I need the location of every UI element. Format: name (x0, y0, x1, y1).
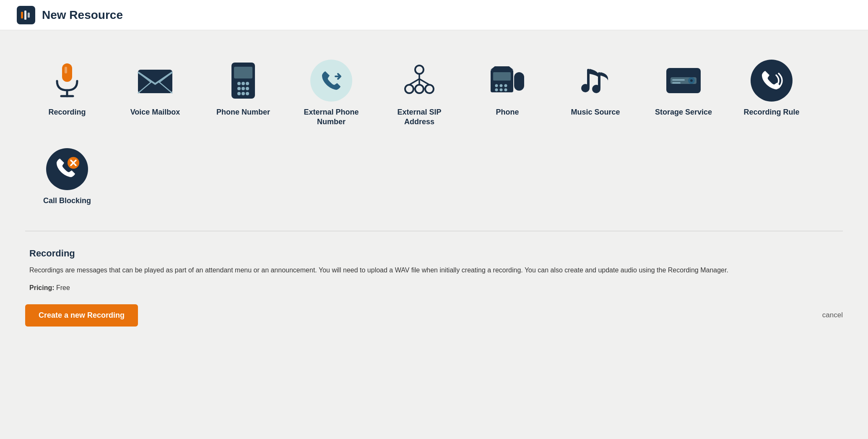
network-tree-icon (398, 60, 440, 102)
envelope-icon (134, 60, 176, 102)
resource-label-phone: Phone (496, 107, 519, 117)
svg-rect-44 (672, 79, 685, 81)
create-recording-button[interactable]: Create a new Recording (25, 304, 138, 327)
resource-label-phone-number: Phone Number (216, 107, 270, 117)
svg-point-32 (495, 89, 498, 91)
resource-item-storage-service[interactable]: Storage Service (642, 51, 725, 136)
cancel-link[interactable]: cancel (822, 311, 843, 319)
svg-rect-45 (672, 82, 681, 84)
resource-item-phone[interactable]: Phone (465, 51, 549, 136)
hard-drive-icon (663, 60, 704, 102)
phone-arrow-icon (310, 60, 352, 102)
bottom-action-row: Create a new Recording cancel (25, 304, 843, 327)
section-divider (25, 231, 843, 231)
svg-point-34 (504, 89, 507, 91)
main-content: Recording Voice Mailbox (0, 30, 868, 439)
svg-line-22 (419, 79, 429, 85)
resource-item-music-source[interactable]: Music Source (554, 51, 637, 136)
resource-item-recording[interactable]: Recording (25, 51, 109, 136)
page-header: New Resource (0, 0, 868, 30)
resource-label-storage-service: Storage Service (655, 107, 712, 117)
microphone-icon (46, 60, 88, 102)
svg-point-11 (242, 82, 245, 85)
svg-point-29 (495, 84, 498, 87)
resource-item-phone-number[interactable]: Phone Number (201, 51, 285, 136)
svg-point-31 (504, 84, 507, 87)
svg-rect-9 (234, 67, 252, 78)
svg-point-14 (242, 87, 245, 90)
pricing-value: Free (56, 284, 70, 291)
resource-item-recording-rule[interactable]: Recording Rule (730, 51, 813, 136)
svg-point-10 (237, 82, 241, 85)
svg-rect-0 (21, 12, 23, 18)
svg-point-16 (237, 92, 241, 95)
svg-point-13 (237, 87, 241, 90)
description-section: Recording Recordings are messages that c… (25, 248, 843, 292)
svg-rect-28 (493, 72, 511, 81)
svg-rect-7 (138, 70, 172, 93)
app-logo (17, 6, 35, 24)
resource-grid: Recording Voice Mailbox (25, 51, 843, 214)
phone-x-icon (46, 148, 88, 190)
svg-line-21 (409, 79, 419, 85)
phone-waves-icon (751, 60, 793, 102)
resource-label-recording: Recording (48, 107, 86, 117)
resource-item-voice-mailbox[interactable]: Voice Mailbox (113, 51, 197, 136)
svg-point-37 (581, 84, 590, 92)
svg-point-33 (500, 89, 503, 91)
svg-point-17 (242, 92, 245, 95)
svg-point-39 (592, 85, 600, 93)
desk-phone-icon (486, 60, 528, 102)
description-title: Recording (29, 248, 839, 259)
svg-point-24 (405, 85, 413, 93)
svg-point-15 (246, 87, 249, 90)
description-text: Recordings are messages that can be play… (29, 265, 784, 276)
svg-point-19 (415, 65, 424, 74)
phone-dialpad-icon (222, 60, 264, 102)
resource-label-music-source: Music Source (571, 107, 620, 117)
resource-item-external-phone-number[interactable]: External Phone Number (289, 51, 373, 136)
pricing-label: Pricing: (29, 284, 55, 291)
resource-label-external-phone-number: External Phone Number (296, 107, 366, 127)
svg-point-43 (690, 79, 693, 82)
svg-point-18 (246, 92, 249, 95)
svg-point-25 (415, 85, 424, 93)
svg-point-12 (246, 82, 249, 85)
resource-item-call-blocking[interactable]: Call Blocking (25, 140, 109, 214)
svg-rect-35 (514, 72, 524, 91)
resource-label-call-blocking: Call Blocking (43, 196, 91, 206)
svg-rect-6 (65, 67, 67, 73)
music-note-icon (574, 60, 616, 102)
svg-point-30 (500, 84, 503, 87)
resource-item-external-sip-address[interactable]: External SIP Address (377, 51, 461, 136)
resource-label-voice-mailbox: Voice Mailbox (130, 107, 180, 117)
svg-rect-2 (28, 13, 30, 18)
pricing-info: Pricing: Free (29, 284, 839, 292)
resource-label-external-sip-address: External SIP Address (384, 107, 455, 127)
svg-point-26 (425, 85, 434, 93)
resource-label-recording-rule: Recording Rule (743, 107, 799, 117)
page-title: New Resource (42, 8, 123, 22)
svg-rect-3 (62, 63, 72, 82)
svg-rect-1 (24, 10, 26, 20)
